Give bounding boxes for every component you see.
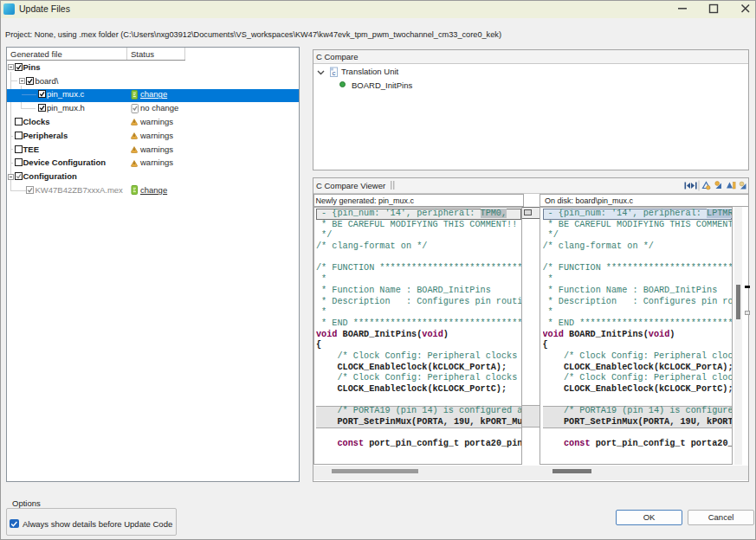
svg-text:c: c: [333, 69, 336, 77]
